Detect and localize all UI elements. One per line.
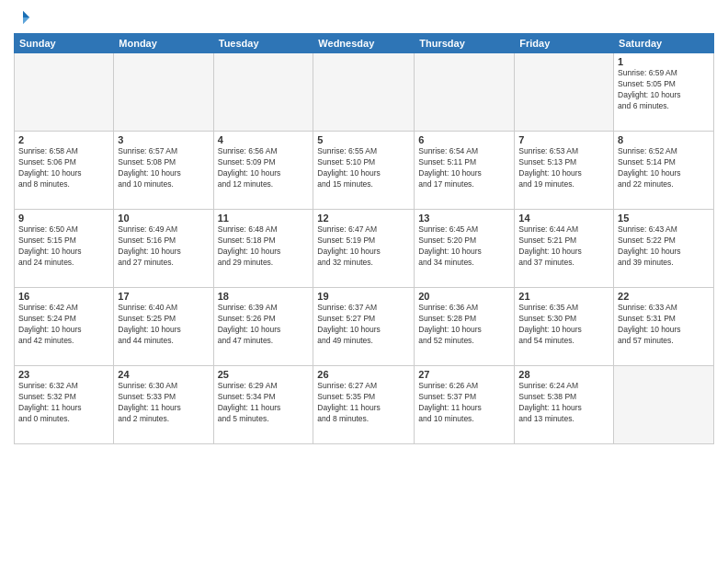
calendar-cell	[114, 53, 213, 132]
day-number: 22	[618, 291, 710, 302]
weekday-header-friday: Friday	[515, 34, 614, 53]
weekday-header-tuesday: Tuesday	[213, 34, 313, 53]
calendar-cell: 8Sunrise: 6:52 AM Sunset: 5:14 PM Daylig…	[614, 132, 714, 210]
day-number: 19	[317, 291, 410, 302]
day-info: Sunrise: 6:52 AM Sunset: 5:14 PM Dayligh…	[618, 146, 710, 190]
day-number: 6	[418, 134, 510, 145]
day-info: Sunrise: 6:49 AM Sunset: 5:16 PM Dayligh…	[118, 224, 209, 269]
day-number: 12	[317, 213, 410, 224]
day-number: 16	[18, 291, 109, 302]
calendar-cell	[515, 53, 614, 132]
day-info: Sunrise: 6:50 AM Sunset: 5:15 PM Dayligh…	[18, 224, 109, 269]
calendar-cell: 25Sunrise: 6:29 AM Sunset: 5:34 PM Dayli…	[213, 366, 313, 444]
calendar-cell	[415, 53, 515, 132]
day-number: 4	[218, 134, 310, 145]
calendar-cell: 21Sunrise: 6:35 AM Sunset: 5:30 PM Dayli…	[515, 288, 614, 366]
calendar-cell: 11Sunrise: 6:48 AM Sunset: 5:18 PM Dayli…	[213, 210, 313, 288]
day-info: Sunrise: 6:58 AM Sunset: 5:06 PM Dayligh…	[18, 146, 109, 190]
day-info: Sunrise: 6:48 AM Sunset: 5:18 PM Dayligh…	[218, 224, 310, 269]
day-info: Sunrise: 6:40 AM Sunset: 5:25 PM Dayligh…	[118, 303, 209, 347]
day-number: 10	[118, 213, 209, 224]
day-info: Sunrise: 6:36 AM Sunset: 5:28 PM Dayligh…	[418, 303, 510, 347]
week-row-2: 2Sunrise: 6:58 AM Sunset: 5:06 PM Daylig…	[15, 132, 714, 210]
day-info: Sunrise: 6:33 AM Sunset: 5:31 PM Dayligh…	[618, 303, 710, 347]
day-info: Sunrise: 6:24 AM Sunset: 5:38 PM Dayligh…	[518, 381, 609, 425]
day-info: Sunrise: 6:47 AM Sunset: 5:19 PM Dayligh…	[317, 224, 410, 269]
day-number: 20	[418, 291, 510, 302]
calendar-cell: 28Sunrise: 6:24 AM Sunset: 5:38 PM Dayli…	[515, 366, 614, 444]
day-number: 18	[218, 291, 310, 302]
logo	[14, 9, 31, 26]
day-info: Sunrise: 6:37 AM Sunset: 5:27 PM Dayligh…	[317, 303, 410, 347]
weekday-header-sunday: Sunday	[15, 34, 114, 53]
calendar-cell: 26Sunrise: 6:27 AM Sunset: 5:35 PM Dayli…	[313, 366, 415, 444]
day-info: Sunrise: 6:27 AM Sunset: 5:35 PM Dayligh…	[317, 381, 410, 425]
calendar-cell: 6Sunrise: 6:54 AM Sunset: 5:11 PM Daylig…	[415, 132, 515, 210]
week-row-4: 16Sunrise: 6:42 AM Sunset: 5:24 PM Dayli…	[15, 288, 714, 366]
calendar-cell: 12Sunrise: 6:47 AM Sunset: 5:19 PM Dayli…	[313, 210, 415, 288]
day-info: Sunrise: 6:43 AM Sunset: 5:22 PM Dayligh…	[618, 224, 710, 269]
calendar-cell: 4Sunrise: 6:56 AM Sunset: 5:09 PM Daylig…	[213, 132, 313, 210]
calendar-cell: 5Sunrise: 6:55 AM Sunset: 5:10 PM Daylig…	[313, 132, 415, 210]
calendar-cell	[213, 53, 313, 132]
day-number: 14	[518, 213, 609, 224]
day-info: Sunrise: 6:32 AM Sunset: 5:32 PM Dayligh…	[18, 381, 109, 425]
day-number: 9	[18, 213, 109, 224]
page: SundayMondayTuesdayWednesdayThursdayFrid…	[0, 0, 728, 563]
calendar-cell: 27Sunrise: 6:26 AM Sunset: 5:37 PM Dayli…	[415, 366, 515, 444]
calendar-cell: 14Sunrise: 6:44 AM Sunset: 5:21 PM Dayli…	[515, 210, 614, 288]
calendar-cell	[614, 366, 714, 444]
calendar-cell: 20Sunrise: 6:36 AM Sunset: 5:28 PM Dayli…	[415, 288, 515, 366]
day-number: 11	[218, 213, 310, 224]
day-info: Sunrise: 6:39 AM Sunset: 5:26 PM Dayligh…	[218, 303, 310, 347]
calendar-cell: 18Sunrise: 6:39 AM Sunset: 5:26 PM Dayli…	[213, 288, 313, 366]
calendar-cell: 22Sunrise: 6:33 AM Sunset: 5:31 PM Dayli…	[614, 288, 714, 366]
calendar-cell	[313, 53, 415, 132]
day-number: 2	[18, 134, 109, 145]
calendar-cell: 7Sunrise: 6:53 AM Sunset: 5:13 PM Daylig…	[515, 132, 614, 210]
day-number: 13	[418, 213, 510, 224]
day-number: 1	[618, 56, 710, 67]
calendar-cell: 17Sunrise: 6:40 AM Sunset: 5:25 PM Dayli…	[114, 288, 213, 366]
weekday-header-wednesday: Wednesday	[313, 34, 415, 53]
header	[14, 9, 714, 26]
weekday-header-thursday: Thursday	[415, 34, 515, 53]
calendar-cell: 15Sunrise: 6:43 AM Sunset: 5:22 PM Dayli…	[614, 210, 714, 288]
weekday-header-monday: Monday	[114, 34, 213, 53]
day-info: Sunrise: 6:30 AM Sunset: 5:33 PM Dayligh…	[118, 381, 209, 425]
calendar-cell: 1Sunrise: 6:59 AM Sunset: 5:05 PM Daylig…	[614, 53, 714, 132]
day-number: 26	[317, 369, 410, 380]
day-info: Sunrise: 6:35 AM Sunset: 5:30 PM Dayligh…	[518, 303, 609, 347]
day-number: 8	[618, 134, 710, 145]
calendar-cell: 9Sunrise: 6:50 AM Sunset: 5:15 PM Daylig…	[15, 210, 114, 288]
weekday-header-row: SundayMondayTuesdayWednesdayThursdayFrid…	[15, 34, 714, 53]
calendar-cell: 23Sunrise: 6:32 AM Sunset: 5:32 PM Dayli…	[15, 366, 114, 444]
day-number: 7	[518, 134, 609, 145]
day-number: 15	[618, 213, 710, 224]
day-number: 5	[317, 134, 410, 145]
calendar-cell: 19Sunrise: 6:37 AM Sunset: 5:27 PM Dayli…	[313, 288, 415, 366]
day-info: Sunrise: 6:29 AM Sunset: 5:34 PM Dayligh…	[218, 381, 310, 425]
day-number: 24	[118, 369, 209, 380]
calendar-cell	[15, 53, 114, 132]
day-info: Sunrise: 6:55 AM Sunset: 5:10 PM Dayligh…	[317, 146, 410, 190]
day-info: Sunrise: 6:42 AM Sunset: 5:24 PM Dayligh…	[18, 303, 109, 347]
day-number: 28	[518, 369, 609, 380]
calendar-cell: 16Sunrise: 6:42 AM Sunset: 5:24 PM Dayli…	[15, 288, 114, 366]
day-number: 17	[118, 291, 209, 302]
calendar-table: SundayMondayTuesdayWednesdayThursdayFrid…	[14, 33, 714, 444]
calendar-cell: 24Sunrise: 6:30 AM Sunset: 5:33 PM Dayli…	[114, 366, 213, 444]
day-number: 21	[518, 291, 609, 302]
week-row-5: 23Sunrise: 6:32 AM Sunset: 5:32 PM Dayli…	[15, 366, 714, 444]
day-number: 25	[218, 369, 310, 380]
logo-icon	[15, 9, 31, 26]
day-number: 27	[418, 369, 510, 380]
calendar-cell: 2Sunrise: 6:58 AM Sunset: 5:06 PM Daylig…	[15, 132, 114, 210]
day-info: Sunrise: 6:59 AM Sunset: 5:05 PM Dayligh…	[618, 68, 710, 112]
day-number: 3	[118, 134, 209, 145]
week-row-1: 1Sunrise: 6:59 AM Sunset: 5:05 PM Daylig…	[15, 53, 714, 132]
day-info: Sunrise: 6:26 AM Sunset: 5:37 PM Dayligh…	[418, 381, 510, 425]
day-info: Sunrise: 6:44 AM Sunset: 5:21 PM Dayligh…	[518, 224, 609, 269]
day-info: Sunrise: 6:45 AM Sunset: 5:20 PM Dayligh…	[418, 224, 510, 269]
day-info: Sunrise: 6:54 AM Sunset: 5:11 PM Dayligh…	[418, 146, 510, 190]
